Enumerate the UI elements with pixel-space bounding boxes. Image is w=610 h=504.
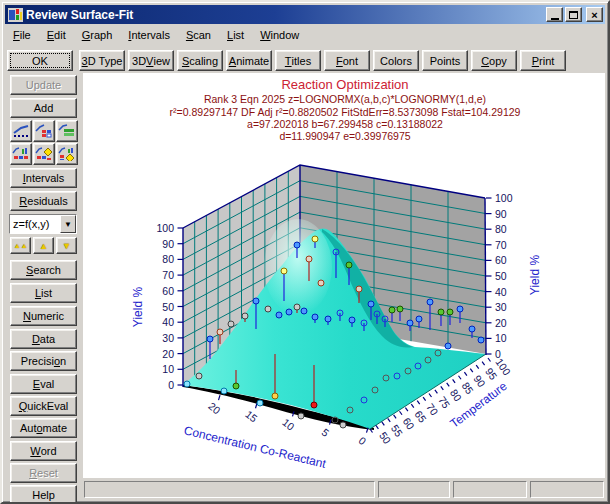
numeric-button[interactable]: Numeric [10,306,77,326]
status-panel [84,481,375,498]
intervals-button[interactable]: Intervals [10,168,77,188]
maximize-button[interactable] [565,7,582,22]
search-button[interactable]: Search [10,260,77,280]
svg-text:20: 20 [206,400,223,417]
svg-text:90: 90 [495,208,507,220]
minimize-button[interactable] [546,7,563,22]
data-point [276,312,282,318]
spin-both-button[interactable]: ▲▲ [10,237,31,254]
svg-text:40: 40 [495,286,507,298]
line-diamond-table-icon [35,147,53,161]
right-z-axis-title: Yield % [528,255,542,296]
close-icon: × [591,9,597,21]
data-point [478,337,484,343]
residuals-button[interactable]: Residuals [10,191,77,211]
menu-graph[interactable]: Graph [74,27,121,44]
graph-green-table-button[interactable] [56,120,78,142]
font-button[interactable]: Font [324,50,370,71]
data-button[interactable]: Data [10,329,77,349]
precision-button[interactable]: Precision [10,351,77,371]
close-button[interactable]: × [586,7,603,22]
data-point [286,309,292,315]
svg-text:100: 100 [156,222,174,234]
plot-params-line1: a=97.202018 b=67.299458 c=0.13188022 [247,118,443,130]
data-point [318,280,324,286]
menu-list[interactable]: List [219,27,252,44]
3d-view-button[interactable]: 3D View [128,50,174,71]
copy-button[interactable]: Copy [471,50,517,71]
data-point [242,313,248,319]
svg-text:0: 0 [356,434,368,447]
menu-edit[interactable]: Edit [39,27,74,44]
data-point [196,373,202,379]
dropdown-button[interactable]: ▼ [60,215,76,233]
data-point [217,329,223,335]
graph-diamond-table-button[interactable] [33,143,55,165]
quickeval-button[interactable]: QuickEval [10,396,77,416]
list-button[interactable]: List [10,283,77,303]
app-window: Review Surface-Fit × File Edit Graph Int… [0,0,610,504]
data-point [281,268,287,274]
svg-text:50: 50 [495,270,507,282]
data-point [416,316,422,322]
data-point [306,256,312,262]
svg-text:10: 10 [280,416,297,433]
automate-button[interactable]: Automate [10,418,77,438]
menu-window[interactable]: Window [252,27,307,44]
spin-down-button[interactable]: ▼ [56,237,77,254]
status-panel [378,481,450,498]
svg-text:70: 70 [162,269,174,281]
fit-type-dropdown[interactable]: z=f(x,y) ▼ [9,214,77,234]
svg-text:90: 90 [162,238,174,250]
help-button[interactable]: Help [10,485,77,504]
title-bar[interactable]: Review Surface-Fit × [5,5,605,24]
status-panel [453,481,527,498]
menu-scan[interactable]: Scan [178,27,219,44]
status-panel [530,481,604,498]
data-point [228,321,234,327]
eval-button[interactable]: Eval [10,374,77,394]
surface-plot: Reaction Optimization Rank 3 Eqn 2025 z=… [84,76,605,479]
graph-bars-table-button[interactable] [10,143,32,165]
word-button[interactable]: Word [10,441,77,461]
maximize-icon [569,11,578,19]
svg-text:80: 80 [495,223,507,235]
menu-intervals[interactable]: Intervals [120,27,178,44]
ok-button[interactable]: OK [7,50,73,71]
svg-text:10: 10 [495,332,507,344]
svg-text:100: 100 [495,192,513,204]
svg-text:10: 10 [162,363,174,375]
graph-red-table-button[interactable] [33,120,55,142]
surface-highlight [264,219,332,315]
data-point [272,393,278,399]
print-button[interactable]: Print [520,50,566,71]
line-red-table-icon [35,124,53,138]
plot-subtitle: Rank 3 Eqn 2025 z=LOGNORMX(a,b,c)*LOGNOR… [204,93,486,105]
scaling-button[interactable]: Scaling [177,50,223,71]
data-point [407,320,413,326]
data-point [298,413,304,419]
add-button[interactable]: Add [10,98,77,118]
data-point [301,308,307,314]
data-point [438,309,444,315]
3d-type-button[interactable]: 3D Type [79,50,125,71]
svg-text:30: 30 [162,332,174,344]
svg-text:60: 60 [162,285,174,297]
spin-up-button[interactable]: ▲ [33,237,54,254]
graph-bars-diamond-button[interactable] [56,143,78,165]
graph-scatter-line-button[interactable] [10,120,32,142]
points-button[interactable]: Points [422,50,468,71]
data-point [257,400,263,406]
svg-text:0: 0 [168,379,174,391]
animate-button[interactable]: Animate [226,50,272,71]
data-point [356,286,362,292]
menu-file[interactable]: File [5,27,39,44]
titles-button[interactable]: Titles [275,50,321,71]
data-point [294,304,300,310]
data-point [312,314,318,320]
colors-button[interactable]: Colors [373,50,419,71]
data-point [265,306,271,312]
scatter-line-icon [12,124,30,138]
data-point [207,336,213,342]
svg-text:70: 70 [495,239,507,251]
